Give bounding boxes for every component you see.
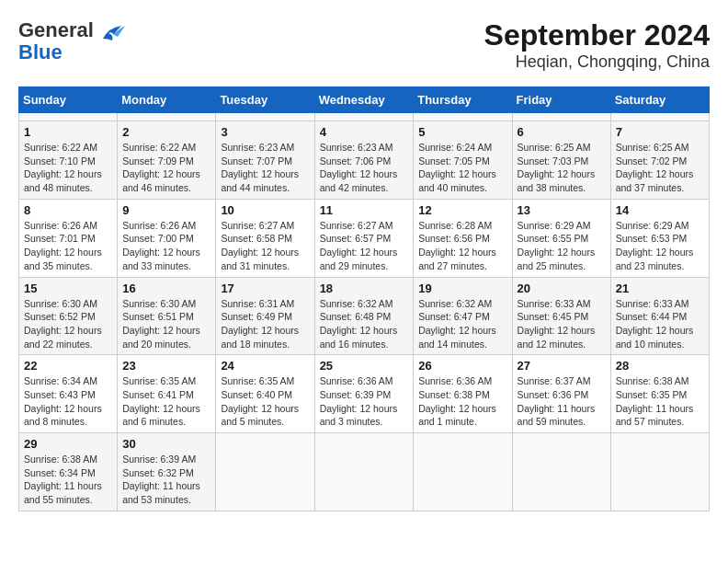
day-detail: Sunrise: 6:22 AMSunset: 7:09 PMDaylight:…: [122, 141, 210, 195]
calendar-cell: 7Sunrise: 6:25 AMSunset: 7:02 PMDaylight…: [610, 121, 709, 200]
day-number: 8: [24, 203, 112, 217]
day-detail: Sunrise: 6:37 AMSunset: 6:36 PMDaylight:…: [518, 374, 606, 429]
calendar-cell: 17Sunrise: 6:31 AMSunset: 6:49 PMDayligh…: [216, 277, 314, 355]
calendar-cell: 6Sunrise: 6:25 AMSunset: 7:03 PMDaylight…: [512, 121, 610, 200]
calendar-cell: 26Sunrise: 6:36 AMSunset: 6:38 PMDayligh…: [414, 355, 512, 433]
day-detail: Sunrise: 6:27 AMSunset: 6:57 PMDaylight:…: [320, 219, 409, 273]
calendar-cell: 5Sunrise: 6:24 AMSunset: 7:05 PMDaylight…: [414, 121, 512, 200]
day-number: 18: [320, 282, 409, 295]
day-detail: Sunrise: 6:27 AMSunset: 6:58 PMDaylight:…: [221, 219, 309, 273]
calendar-cell: 13Sunrise: 6:29 AMSunset: 6:55 PMDayligh…: [512, 199, 610, 277]
calendar-cell: 2Sunrise: 6:22 AMSunset: 7:09 PMDaylight…: [118, 121, 216, 200]
logo-blue-text: Blue: [18, 40, 63, 64]
day-detail: Sunrise: 6:22 AMSunset: 7:10 PMDaylight:…: [24, 141, 112, 195]
calendar-week-row: 15Sunrise: 6:30 AMSunset: 6:52 PMDayligh…: [19, 277, 710, 355]
calendar-cell: 23Sunrise: 6:35 AMSunset: 6:41 PMDayligh…: [118, 355, 216, 433]
calendar-day-header: Saturday: [610, 87, 709, 113]
calendar-cell: 21Sunrise: 6:33 AMSunset: 6:44 PMDayligh…: [610, 277, 709, 355]
calendar-cell: 20Sunrise: 6:33 AMSunset: 6:45 PMDayligh…: [512, 277, 610, 355]
calendar-cell: [512, 113, 610, 121]
day-detail: Sunrise: 6:34 AMSunset: 6:43 PMDaylight:…: [24, 374, 112, 429]
day-number: 20: [518, 282, 606, 295]
day-number: 5: [418, 125, 506, 139]
day-detail: Sunrise: 6:32 AMSunset: 6:48 PMDaylight:…: [320, 297, 409, 351]
calendar-cell: [216, 433, 314, 511]
calendar-cell: 22Sunrise: 6:34 AMSunset: 6:43 PMDayligh…: [19, 355, 118, 433]
calendar-cell: 9Sunrise: 6:26 AMSunset: 7:00 PMDaylight…: [118, 199, 216, 277]
calendar-cell: 27Sunrise: 6:37 AMSunset: 6:36 PMDayligh…: [512, 355, 610, 433]
calendar-cell: [216, 113, 314, 121]
calendar-day-header: Tuesday: [216, 87, 314, 113]
day-number: 10: [221, 203, 309, 217]
day-number: 25: [320, 359, 409, 373]
calendar-cell: [512, 433, 610, 511]
day-detail: Sunrise: 6:26 AMSunset: 7:00 PMDaylight:…: [122, 219, 210, 273]
day-detail: Sunrise: 6:38 AMSunset: 6:35 PMDaylight:…: [616, 374, 704, 429]
day-detail: Sunrise: 6:31 AMSunset: 6:49 PMDaylight:…: [221, 297, 309, 351]
day-number: 30: [122, 437, 210, 451]
day-detail: Sunrise: 6:25 AMSunset: 7:02 PMDaylight:…: [616, 141, 704, 195]
day-detail: Sunrise: 6:29 AMSunset: 6:55 PMDaylight:…: [518, 219, 606, 273]
day-detail: Sunrise: 6:35 AMSunset: 6:41 PMDaylight:…: [122, 374, 210, 429]
calendar-day-header: Friday: [512, 87, 610, 113]
day-detail: Sunrise: 6:28 AMSunset: 6:56 PMDaylight:…: [418, 219, 506, 273]
day-number: 7: [616, 125, 704, 139]
logo: General Blue: [18, 18, 129, 64]
calendar-cell: [414, 113, 512, 121]
day-detail: Sunrise: 6:26 AMSunset: 7:01 PMDaylight:…: [24, 219, 112, 273]
day-number: 24: [221, 359, 309, 373]
calendar-cell: [414, 433, 512, 511]
calendar-cell: 15Sunrise: 6:30 AMSunset: 6:52 PMDayligh…: [19, 277, 118, 355]
calendar-cell: [610, 113, 709, 121]
day-number: 2: [122, 125, 210, 139]
calendar-header-row: SundayMondayTuesdayWednesdayThursdayFrid…: [19, 87, 710, 113]
calendar-week-row: [19, 113, 710, 121]
day-number: 21: [616, 282, 704, 295]
day-detail: Sunrise: 6:38 AMSunset: 6:34 PMDaylight:…: [24, 453, 112, 507]
calendar-day-header: Wednesday: [314, 87, 414, 113]
calendar-cell: 14Sunrise: 6:29 AMSunset: 6:53 PMDayligh…: [610, 199, 709, 277]
calendar-day-header: Monday: [118, 87, 216, 113]
calendar-cell: 10Sunrise: 6:27 AMSunset: 6:58 PMDayligh…: [216, 199, 314, 277]
day-number: 16: [122, 282, 210, 295]
day-number: 19: [418, 282, 506, 295]
day-detail: Sunrise: 6:36 AMSunset: 6:38 PMDaylight:…: [418, 374, 506, 429]
calendar-cell: 19Sunrise: 6:32 AMSunset: 6:47 PMDayligh…: [414, 277, 512, 355]
day-number: 29: [24, 437, 112, 451]
day-number: 4: [320, 125, 409, 139]
calendar-day-header: Thursday: [414, 87, 512, 113]
calendar-cell: [314, 113, 414, 121]
day-detail: Sunrise: 6:33 AMSunset: 6:44 PMDaylight:…: [616, 297, 704, 351]
day-number: 22: [24, 359, 112, 373]
day-detail: Sunrise: 6:39 AMSunset: 6:32 PMDaylight:…: [122, 453, 210, 507]
day-detail: Sunrise: 6:32 AMSunset: 6:47 PMDaylight:…: [418, 297, 506, 351]
calendar-cell: 29Sunrise: 6:38 AMSunset: 6:34 PMDayligh…: [19, 433, 118, 511]
day-number: 15: [24, 282, 112, 295]
day-detail: Sunrise: 6:36 AMSunset: 6:39 PMDaylight:…: [320, 374, 409, 429]
day-detail: Sunrise: 6:30 AMSunset: 6:52 PMDaylight:…: [24, 297, 112, 351]
calendar-cell: [19, 113, 118, 121]
calendar-cell: [610, 433, 709, 511]
calendar-cell: 4Sunrise: 6:23 AMSunset: 7:06 PMDaylight…: [314, 121, 414, 200]
day-number: 26: [418, 359, 506, 373]
day-number: 28: [616, 359, 704, 373]
page-header: General Blue September 2024 Heqian, Chon…: [18, 18, 710, 72]
calendar-cell: 16Sunrise: 6:30 AMSunset: 6:51 PMDayligh…: [118, 277, 216, 355]
calendar-week-row: 1Sunrise: 6:22 AMSunset: 7:10 PMDaylight…: [19, 121, 710, 200]
calendar-cell: 30Sunrise: 6:39 AMSunset: 6:32 PMDayligh…: [118, 433, 216, 511]
calendar-cell: 24Sunrise: 6:35 AMSunset: 6:40 PMDayligh…: [216, 355, 314, 433]
day-number: 11: [320, 203, 409, 217]
day-detail: Sunrise: 6:23 AMSunset: 7:07 PMDaylight:…: [221, 141, 309, 195]
day-detail: Sunrise: 6:35 AMSunset: 6:40 PMDaylight:…: [221, 374, 309, 429]
day-detail: Sunrise: 6:33 AMSunset: 6:45 PMDaylight:…: [518, 297, 606, 351]
calendar-cell: 11Sunrise: 6:27 AMSunset: 6:57 PMDayligh…: [314, 199, 414, 277]
calendar-cell: [118, 113, 216, 121]
logo-bird-icon: [96, 22, 129, 44]
day-detail: Sunrise: 6:23 AMSunset: 7:06 PMDaylight:…: [320, 141, 409, 195]
day-number: 9: [122, 203, 210, 217]
calendar-cell: 25Sunrise: 6:36 AMSunset: 6:39 PMDayligh…: [314, 355, 414, 433]
page-subtitle: Heqian, Chongqing, China: [484, 52, 710, 72]
title-block: September 2024 Heqian, Chongqing, China: [484, 18, 710, 72]
page-title: September 2024: [484, 18, 710, 52]
day-number: 17: [221, 282, 309, 295]
